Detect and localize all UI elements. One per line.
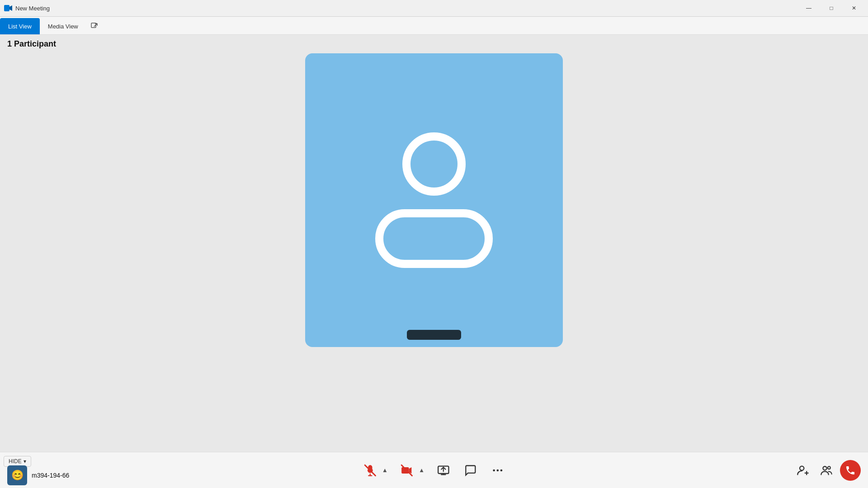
mute-button[interactable] xyxy=(360,460,380,480)
avatar-head xyxy=(402,132,466,196)
video-button[interactable] xyxy=(397,460,417,480)
titlebar-left: New Meeting xyxy=(4,4,50,13)
close-button[interactable]: ✕ xyxy=(844,1,864,15)
user-info: 😊 m394-194-66 xyxy=(0,463,76,488)
avatar-body xyxy=(375,209,493,268)
name-bar xyxy=(407,330,461,340)
tab-media-view-label: Media View xyxy=(48,23,78,30)
tabbar: List View Media View xyxy=(0,17,868,35)
tab-list-view[interactable]: List View xyxy=(0,18,40,34)
popout-icon xyxy=(91,23,98,30)
more-icon xyxy=(491,464,504,477)
window-title: New Meeting xyxy=(15,5,50,12)
participants-icon xyxy=(820,464,833,477)
popout-button[interactable] xyxy=(86,18,103,34)
username: m394-194-66 xyxy=(32,472,69,479)
participants-button[interactable] xyxy=(816,460,836,480)
app-icon xyxy=(4,4,13,13)
bottom-panel: HIDE ▾ 😊 m394-194-66 ▲ xyxy=(0,452,868,488)
chat-icon xyxy=(464,464,477,477)
titlebar: New Meeting — □ ✕ xyxy=(0,0,868,17)
svg-point-9 xyxy=(500,469,503,471)
mute-chevron[interactable]: ▲ xyxy=(380,465,390,475)
mute-icon xyxy=(364,464,377,477)
share-screen-icon xyxy=(437,464,450,477)
svg-rect-5 xyxy=(401,467,409,474)
content-area: 1 Participant xyxy=(0,35,868,452)
video-chevron[interactable]: ▲ xyxy=(417,465,426,475)
titlebar-controls: — □ ✕ xyxy=(798,1,864,15)
add-participant-icon xyxy=(797,464,809,477)
svg-rect-0 xyxy=(4,5,9,11)
chat-button[interactable] xyxy=(461,460,481,480)
video-card xyxy=(305,53,563,347)
svg-point-13 xyxy=(823,466,826,470)
participant-count: 1 Participant xyxy=(7,39,861,49)
svg-point-10 xyxy=(800,466,804,470)
right-controls xyxy=(793,460,861,481)
svg-marker-1 xyxy=(9,5,12,11)
svg-point-7 xyxy=(493,469,495,471)
more-button[interactable] xyxy=(488,460,508,480)
minimize-button[interactable]: — xyxy=(798,1,819,15)
avatar-container xyxy=(375,132,493,268)
avatar: 😊 xyxy=(7,465,27,485)
tab-media-view[interactable]: Media View xyxy=(40,18,86,34)
video-off-icon xyxy=(401,464,413,477)
svg-point-8 xyxy=(497,469,499,471)
video-area xyxy=(7,53,861,452)
add-participant-button[interactable] xyxy=(793,460,813,480)
mute-group: ▲ xyxy=(360,460,390,480)
avatar-emoji: 😊 xyxy=(11,469,24,481)
tab-list-view-label: List View xyxy=(8,23,32,30)
video-group: ▲ xyxy=(397,460,426,480)
svg-point-14 xyxy=(828,466,830,469)
share-screen-button[interactable] xyxy=(434,460,453,480)
end-call-icon xyxy=(845,465,856,476)
maximize-button[interactable]: □ xyxy=(821,1,842,15)
center-controls: ▲ ▲ xyxy=(360,460,508,480)
end-call-button[interactable] xyxy=(840,460,861,481)
